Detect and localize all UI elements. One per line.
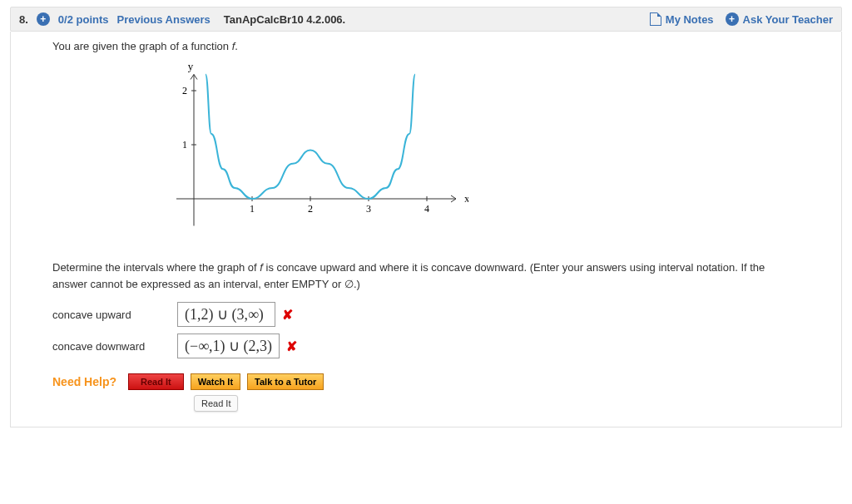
graph-svg: 123412xy [152, 57, 468, 249]
svg-text:1: 1 [250, 203, 255, 215]
note-icon [650, 12, 661, 26]
svg-text:2: 2 [182, 85, 187, 96]
talk-tutor-button[interactable]: Talk to a Tutor [247, 373, 324, 390]
downward-answer-input[interactable]: (−∞,1) ∪ (2,3) [177, 334, 280, 358]
svg-text:1: 1 [182, 139, 187, 151]
function-graph: 123412xy [152, 57, 800, 251]
prompt-text: You are given the graph of a function [52, 40, 232, 52]
need-help-label: Need Help? [52, 375, 116, 388]
period: . [235, 40, 238, 52]
concave-upward-row: concave upward (1,2) ∪ (3,∞) ✘ [52, 302, 800, 327]
ask-teacher-label: Ask Your Teacher [743, 13, 833, 26]
downward-label: concave downward [52, 340, 177, 353]
upward-answer-input[interactable]: (1,2) ∪ (3,∞) [177, 302, 275, 327]
instr-part1: Determine the intervals where the graph … [52, 261, 260, 274]
instructions: Determine the intervals where the graph … [52, 259, 800, 292]
header-left: 8. + 0/2 points Previous Answers TanApCa… [19, 12, 345, 26]
read-it-button[interactable]: Read It [128, 373, 184, 390]
watch-it-button[interactable]: Watch It [191, 373, 240, 390]
my-notes-link[interactable]: My Notes [650, 12, 714, 26]
previous-answers-link[interactable]: Previous Answers [117, 13, 211, 26]
svg-text:3: 3 [366, 203, 371, 215]
tooltip-row: Read It [52, 390, 800, 412]
concave-downward-row: concave downward (−∞,1) ∪ (2,3) ✘ [52, 334, 800, 358]
my-notes-label: My Notes [666, 13, 714, 26]
svg-text:2: 2 [308, 203, 313, 215]
ask-teacher-link[interactable]: + Ask Your Teacher [726, 12, 833, 26]
svg-text:y: y [188, 60, 194, 72]
question-body: You are given the graph of a function f.… [10, 32, 842, 427]
question-number: 8. [19, 13, 28, 26]
svg-text:x: x [464, 192, 468, 205]
points-link[interactable]: 0/2 points [58, 13, 109, 26]
wrong-icon: ✘ [286, 338, 297, 354]
header-right: My Notes + Ask Your Teacher [650, 12, 833, 26]
svg-text:4: 4 [424, 203, 429, 215]
question-header: 8. + 0/2 points Previous Answers TanApCa… [10, 7, 842, 32]
need-help-row: Need Help? Read It Watch It Talk to a Tu… [52, 373, 800, 390]
prompt: You are given the graph of a function f. [52, 40, 800, 52]
read-it-tooltip: Read It [194, 395, 238, 412]
wrong-icon: ✘ [282, 307, 293, 323]
question-id: TanApCalcBr10 4.2.006. [224, 13, 345, 26]
plus-icon: + [726, 12, 739, 26]
plus-icon[interactable]: + [37, 12, 50, 26]
upward-label: concave upward [52, 309, 177, 321]
